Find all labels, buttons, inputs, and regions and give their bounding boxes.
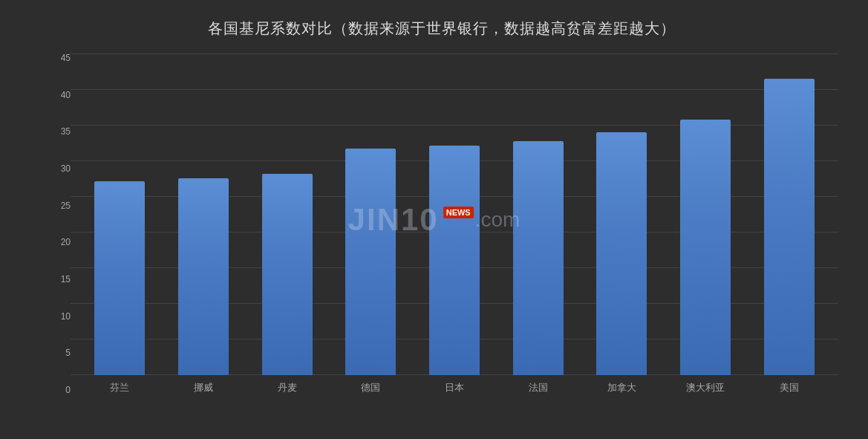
bar-group: [86, 53, 153, 375]
x-axis-label: 丹麦: [245, 381, 329, 394]
y-axis-label: 5: [45, 348, 71, 357]
bar-group: [337, 53, 404, 375]
bar-group: [421, 53, 488, 375]
chart-container: 各国基尼系数对比（数据来源于世界银行，数据越高贫富差距越大） 454035302…: [0, 0, 868, 439]
bar: [345, 149, 396, 375]
bar: [596, 132, 647, 375]
x-labels: 芬兰挪威丹麦德国日本法国加拿大澳大利亚美国: [71, 375, 838, 394]
bars-row: [71, 53, 838, 375]
y-axis-label: 30: [45, 164, 71, 173]
grid-and-bars: [71, 53, 838, 375]
x-axis-label: 日本: [413, 381, 497, 394]
y-axis: 454035302520151050: [45, 53, 71, 394]
x-axis-label: 挪威: [162, 381, 246, 394]
x-axis-label: 芬兰: [78, 381, 162, 394]
chart-title: 各国基尼系数对比（数据来源于世界银行，数据越高贫富差距越大）: [45, 19, 838, 39]
bar: [764, 79, 815, 375]
bar: [680, 120, 731, 375]
y-axis-label: 15: [45, 275, 71, 284]
y-axis-label: 45: [45, 53, 71, 62]
x-axis-label: 加拿大: [580, 381, 664, 394]
bar-group: [588, 53, 655, 375]
y-axis-label: 0: [45, 386, 71, 394]
y-axis-label: 20: [45, 238, 71, 247]
x-axis-label: 法国: [496, 381, 580, 394]
bar-group: [756, 53, 823, 375]
bar-group: [254, 53, 321, 375]
bar: [178, 178, 229, 375]
chart-inner: 芬兰挪威丹麦德国日本法国加拿大澳大利亚美国: [71, 53, 838, 394]
bar-group: [170, 53, 237, 375]
chart-area: 454035302520151050 芬兰挪威丹麦德国日本法国加拿大澳大利亚美国: [45, 53, 838, 394]
x-axis-label: 美国: [747, 381, 831, 394]
x-axis-label: 澳大利亚: [664, 381, 748, 394]
bar: [262, 174, 313, 375]
x-axis-label: 德国: [329, 381, 413, 394]
y-axis-label: 25: [45, 201, 71, 210]
y-axis-label: 40: [45, 91, 71, 100]
y-axis-label: 35: [45, 127, 71, 136]
bar: [513, 141, 564, 375]
bar: [94, 181, 145, 375]
bar-group: [672, 53, 739, 375]
y-axis-label: 10: [45, 312, 71, 321]
bar: [429, 146, 480, 375]
bar-group: [505, 53, 572, 375]
